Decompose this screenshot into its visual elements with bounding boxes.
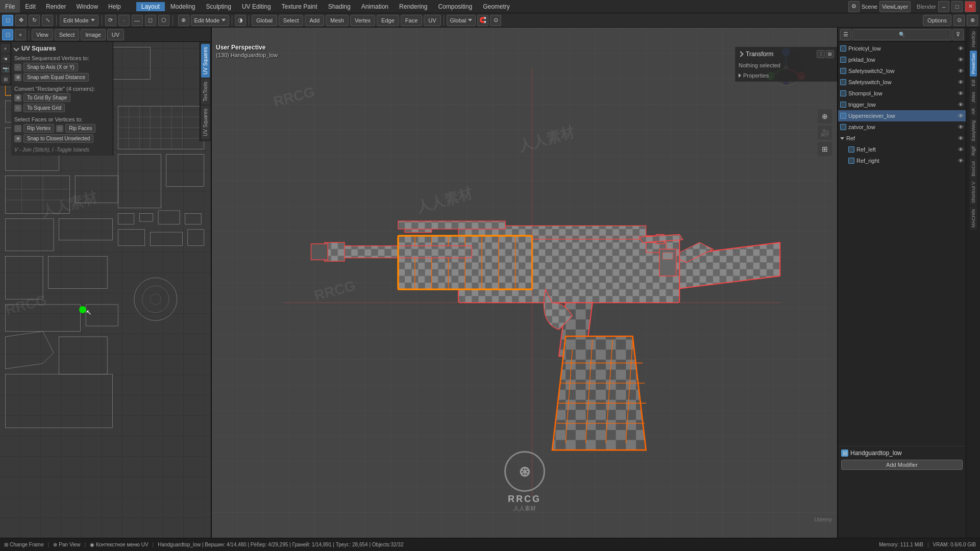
outliner-item-ref-left[interactable]: Ref_left 👁 xyxy=(838,144,966,155)
panel-collapse-arrow[interactable] xyxy=(13,45,19,51)
menu-render[interactable]: Render xyxy=(41,0,71,13)
workspace-modeling[interactable]: Modeling xyxy=(165,2,201,11)
workspace-geometry[interactable]: Geometry xyxy=(478,2,515,11)
workspace-uv-editing[interactable]: UV Editing xyxy=(237,2,276,11)
rip-faces-btn[interactable]: Rip Faces xyxy=(65,124,95,133)
grid-btn[interactable]: ⊞ xyxy=(818,142,832,156)
island-select-icon[interactable]: ⬡ xyxy=(158,15,169,26)
camera-tool-btn[interactable]: 📷 xyxy=(1,64,10,73)
select-btn[interactable]: Select xyxy=(279,15,304,26)
workspace-compositing[interactable]: Compositing xyxy=(433,2,477,11)
vert-select-icon[interactable]: · xyxy=(118,15,130,26)
overlay-icon[interactable]: ⊙ xyxy=(953,15,965,26)
viewport-mode-dropdown[interactable]: Edit Mode xyxy=(191,15,230,26)
uv-select-btn[interactable]: Select xyxy=(55,29,80,40)
visibility-shornpol[interactable]: 👁 xyxy=(958,90,964,96)
add-modifier-btn[interactable]: Add Modifier xyxy=(841,460,963,470)
snap-equal-btn[interactable]: Snap with Equal Distance xyxy=(23,73,89,82)
visibility-safetyswitch[interactable]: 👁 xyxy=(958,79,964,85)
visibility-pricelcyl[interactable]: 👁 xyxy=(958,45,964,52)
visibility-safetyswitch2[interactable]: 👁 xyxy=(958,68,964,74)
face-select-icon[interactable]: ◻ xyxy=(145,15,156,26)
workspace-sculpting[interactable]: Sculpting xyxy=(201,2,236,11)
options-btn[interactable]: Options xyxy=(923,15,951,26)
grid-tool-btn[interactable]: ⊞ xyxy=(1,74,10,84)
mesh-btn[interactable]: Mesh xyxy=(326,15,349,26)
edge-btn[interactable]: Edge xyxy=(377,15,399,26)
outliner-item-trigger[interactable]: trigger_low 👁 xyxy=(838,99,966,110)
select-box-icon[interactable]: ◻ xyxy=(2,15,13,26)
edit-mode-dropdown[interactable]: Edit Mode xyxy=(60,15,99,26)
visibility-upperreciever[interactable]: 👁 xyxy=(958,113,964,119)
vertex-btn[interactable]: Vertex xyxy=(350,15,375,26)
minimize-btn[interactable]: – xyxy=(938,1,949,12)
vtab-uv-squares2[interactable]: UV Squares xyxy=(201,106,210,139)
maximize-btn[interactable]: □ xyxy=(951,1,963,12)
transform-orient-dropdown[interactable]: Global xyxy=(447,15,476,26)
workspace-shading[interactable]: Shading xyxy=(323,2,356,11)
to-grid-btn[interactable]: To Grid By Shape xyxy=(23,93,70,102)
rvtab-rigif[interactable]: Rigif xyxy=(970,144,977,158)
outliner-display-icon[interactable]: ☰ xyxy=(840,29,851,40)
workspace-animation[interactable]: Animation xyxy=(356,2,394,11)
rvtab-ar[interactable]: AR xyxy=(970,106,977,117)
zoom-extents-btn[interactable]: ⊕ xyxy=(818,109,832,123)
proportional-icon[interactable]: ⊙ xyxy=(490,15,501,26)
outliner-item-shornpol[interactable]: Shornpol_low 👁 xyxy=(838,88,966,99)
cursor-tool-btn[interactable]: + xyxy=(1,44,10,53)
workspace-rendering[interactable]: Rendering xyxy=(394,2,432,11)
menu-help[interactable]: Help xyxy=(103,0,126,13)
transform-options-btn[interactable]: ⋮ xyxy=(817,50,825,58)
rvtab-jmes[interactable]: JMes xyxy=(970,89,977,106)
uv-select-icon[interactable]: ◻ xyxy=(2,29,13,40)
uv-sync-icon[interactable]: ⟳ xyxy=(105,15,116,26)
visibility-ref[interactable]: 👁 xyxy=(958,135,964,141)
outliner-item-ref-right[interactable]: Ref_right 👁 xyxy=(838,155,966,166)
menu-file[interactable]: File xyxy=(0,0,20,13)
object-properties-icon[interactable]: ⊞ xyxy=(841,449,848,457)
edge-select-icon[interactable]: — xyxy=(132,15,143,26)
scene-icon[interactable]: ⚙ xyxy=(848,1,860,12)
gizmo-icon[interactable]: ⊕ xyxy=(967,15,978,26)
move-icon[interactable]: ✥ xyxy=(15,15,27,26)
outliner-filter-icon[interactable]: ⊽ xyxy=(952,29,964,40)
viewport-shading-icon[interactable]: ◑ xyxy=(235,15,246,26)
vtab-tex-tools[interactable]: TexTools xyxy=(201,79,210,105)
snap-closest-btn[interactable]: Snap to Closest Unselected xyxy=(23,134,93,143)
outliner-item-prklad[interactable]: prklad_low 👁 xyxy=(838,54,966,65)
menu-edit[interactable]: Edit xyxy=(20,0,41,13)
rvtab-hardop[interactable]: HardOp xyxy=(970,29,977,50)
visibility-prklad[interactable]: 👁 xyxy=(958,57,964,63)
rvtab-machin[interactable]: MACHIN xyxy=(970,207,977,230)
outliner-item-safetyswitch2[interactable]: Safetyswitch2_low 👁 xyxy=(838,65,966,77)
hand-tool-btn[interactable]: ☚ xyxy=(1,54,10,63)
outliner-item-pricelcyl[interactable]: Pricelcyl_low 👁 xyxy=(838,43,966,54)
view-btn[interactable]: Global xyxy=(252,15,277,26)
transform-expand-btn[interactable]: ⊞ xyxy=(826,50,834,58)
outliner-item-safetyswitch[interactable]: Safetyswitch_low 👁 xyxy=(838,77,966,88)
scale-icon[interactable]: ⤡ xyxy=(42,15,53,26)
transform-collapse-arrow[interactable] xyxy=(738,51,743,57)
to-square-btn[interactable]: To Square Grid xyxy=(23,104,65,112)
rvtab-edi[interactable]: Edi xyxy=(970,77,977,89)
snap-icon[interactable]: 🧲 xyxy=(477,15,488,26)
outliner-item-upperreciever[interactable]: Upperreciever_low 👁 xyxy=(838,110,966,121)
transform-icon[interactable]: ⊕ xyxy=(178,15,189,26)
uv-btn[interactable]: UV xyxy=(424,15,440,26)
visibility-ref-right[interactable]: 👁 xyxy=(958,158,964,164)
uv-cursor-icon[interactable]: + xyxy=(15,29,26,40)
vtab-uv-squares[interactable]: UV Squares xyxy=(201,44,210,78)
camera-view-btn[interactable]: 🎥 xyxy=(818,126,832,140)
add-btn[interactable]: Add xyxy=(305,15,324,26)
visibility-trigger[interactable]: 👁 xyxy=(958,102,964,108)
visibility-zatvor[interactable]: 👁 xyxy=(958,124,964,130)
rvtab-boxcut[interactable]: BoxCut xyxy=(970,159,977,179)
uv-view-btn[interactable]: View xyxy=(32,29,53,40)
uv-uv-btn[interactable]: UV xyxy=(107,29,124,40)
workspace-texture-paint[interactable]: Texture Paint xyxy=(277,2,323,11)
view-layer-icon[interactable]: ViewLayer xyxy=(879,1,911,12)
properties-toggle[interactable]: Properties xyxy=(739,72,834,79)
rotate-icon[interactable]: ↻ xyxy=(29,15,40,26)
rvtab-powersav[interactable]: PowerSav xyxy=(970,51,977,77)
workspace-layout[interactable]: Layout xyxy=(136,2,165,11)
